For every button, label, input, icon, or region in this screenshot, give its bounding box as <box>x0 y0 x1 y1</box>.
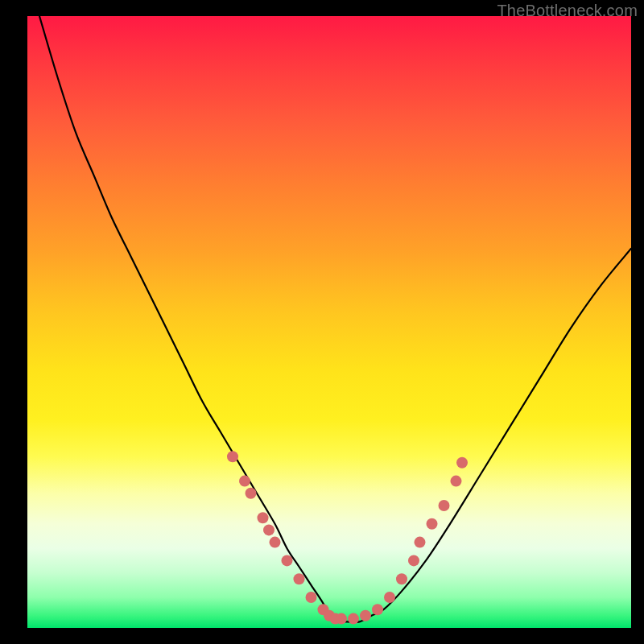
chart-stage: TheBottleneck.com <box>0 0 644 644</box>
data-marker <box>294 573 305 584</box>
data-marker <box>408 555 419 566</box>
data-marker <box>306 592 317 603</box>
data-marker <box>451 476 462 487</box>
chart-svg <box>27 16 631 628</box>
data-marker <box>384 592 395 603</box>
data-marker <box>456 457 468 469</box>
data-marker <box>227 451 238 462</box>
markers-group <box>227 451 468 624</box>
data-marker <box>239 476 250 487</box>
data-marker <box>427 518 438 530</box>
data-marker <box>396 573 407 584</box>
data-marker <box>282 555 293 566</box>
data-marker <box>336 613 347 625</box>
data-marker <box>415 537 426 548</box>
data-marker <box>348 613 359 625</box>
data-marker <box>439 500 450 511</box>
data-marker <box>270 537 281 548</box>
data-marker <box>258 512 269 523</box>
bottleneck-curve <box>39 16 631 622</box>
data-marker <box>246 488 257 499</box>
data-marker <box>360 610 371 621</box>
data-marker <box>263 524 275 535</box>
data-marker <box>372 604 383 615</box>
plot-area <box>27 16 631 628</box>
